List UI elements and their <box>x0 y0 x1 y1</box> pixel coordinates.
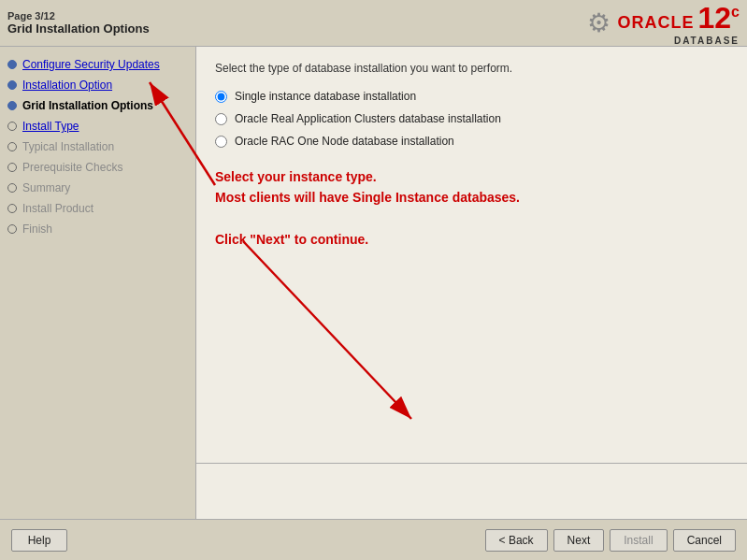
oracle-version: 12c <box>698 1 740 36</box>
annotation-line3: Click "Next" to continue. <box>215 229 728 250</box>
oracle-logo-block: ORACLE 12c DATABASE <box>618 1 740 46</box>
oracle-product: DATABASE <box>674 36 740 46</box>
radio-rac-one-node-input[interactable] <box>215 136 227 148</box>
back-button[interactable]: < Back <box>485 529 548 552</box>
oracle-brand: ORACLE <box>618 13 695 33</box>
step-dot-typical-installation <box>7 142 17 151</box>
footer-buttons-right: < Back Next Install Cancel <box>485 529 736 552</box>
page-indicator: Page 3/12 <box>7 10 150 22</box>
sidebar-label-prerequisite-checks: Prerequisite Checks <box>22 161 122 174</box>
radio-rac-one-node[interactable]: Oracle RAC One Node database installatio… <box>215 135 728 148</box>
radio-rac[interactable]: Oracle Real Application Clusters databas… <box>215 112 728 125</box>
step-dot-finish <box>7 224 17 234</box>
oracle-header-right: ⚙ ORACLE 12c DATABASE <box>587 1 740 46</box>
sidebar-label-install-product: Install Product <box>22 202 93 215</box>
radio-rac-one-node-label: Oracle RAC One Node database installatio… <box>235 135 454 148</box>
radio-single-instance-input[interactable] <box>215 91 227 103</box>
annotation-container: Select your instance type. Most clients … <box>215 166 728 251</box>
step-dot-grid-installation <box>7 101 17 110</box>
sidebar-label-configure-security: Configure Security Updates <box>22 58 160 71</box>
step-dot-install-type <box>7 122 17 131</box>
step-dot-installation-option <box>7 80 17 90</box>
radio-single-instance-label: Single instance database installation <box>235 90 416 103</box>
sidebar-item-typical-installation: Typical Installation <box>0 136 195 157</box>
radio-rac-label: Oracle Real Application Clusters databas… <box>235 112 501 125</box>
sidebar-label-installation-option: Installation Option <box>22 79 112 92</box>
sidebar-label-install-type: Install Type <box>22 120 79 133</box>
help-button[interactable]: Help <box>11 529 67 552</box>
step-dot-prerequisite-checks <box>7 163 17 172</box>
svg-line-2 <box>243 241 411 419</box>
sidebar-item-install-product: Install Product <box>0 198 195 219</box>
title-bar-left: Page 3/12 Grid Installation Options <box>7 10 150 36</box>
install-button[interactable]: Install <box>610 529 667 552</box>
sidebar-item-configure-security[interactable]: Configure Security Updates <box>0 54 195 75</box>
sidebar: Configure Security Updates Installation … <box>0 47 196 519</box>
content-instruction: Select the type of database installation… <box>215 62 728 75</box>
annotation-text: Select your instance type. Most clients … <box>215 166 728 251</box>
radio-group: Single instance database installation Or… <box>215 90 728 148</box>
window-title: Grid Installation Options <box>7 22 150 36</box>
radio-rac-input[interactable] <box>215 113 227 125</box>
sidebar-item-grid-installation-options[interactable]: Grid Installation Options <box>0 95 195 116</box>
step-dot-summary <box>7 183 17 193</box>
step-dot-install-product <box>7 204 17 213</box>
sidebar-item-finish: Finish <box>0 219 195 239</box>
sidebar-label-typical-installation: Typical Installation <box>22 140 114 153</box>
sidebar-label-summary: Summary <box>22 181 70 194</box>
sidebar-label-grid-installation: Grid Installation Options <box>22 99 153 112</box>
bottom-text-area <box>196 463 747 519</box>
sidebar-label-finish: Finish <box>22 223 52 236</box>
annotation-line1: Select your instance type. <box>215 166 728 187</box>
next-button[interactable]: Next <box>553 529 605 552</box>
main-layout: Configure Security Updates Installation … <box>0 47 747 519</box>
sidebar-item-install-type[interactable]: Install Type <box>0 116 195 136</box>
sidebar-item-summary: Summary <box>0 178 195 198</box>
footer: Help < Back Next Install Cancel <box>0 519 747 560</box>
step-dot-configure-security <box>7 60 17 69</box>
cancel-button[interactable]: Cancel <box>673 529 736 552</box>
gear-icon: ⚙ <box>587 7 611 38</box>
sidebar-item-installation-option[interactable]: Installation Option <box>0 75 195 95</box>
annotation-line2: Most clients will have Single Instance d… <box>215 187 728 208</box>
content-area: Select the type of database installation… <box>196 47 747 519</box>
sidebar-item-prerequisite-checks: Prerequisite Checks <box>0 157 195 178</box>
radio-single-instance[interactable]: Single instance database installation <box>215 90 728 103</box>
title-bar: Page 3/12 Grid Installation Options ⚙ OR… <box>0 0 747 47</box>
